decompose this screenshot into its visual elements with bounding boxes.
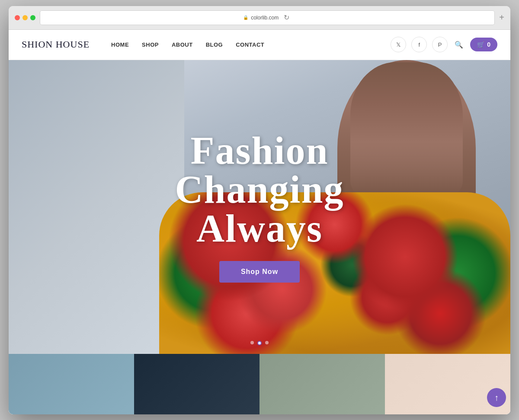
hero-title-line2: Changing: [175, 168, 344, 211]
refresh-button[interactable]: ↻: [281, 13, 292, 23]
header-right: 𝕏 f P 🔍 🛒 0: [391, 37, 497, 52]
facebook-link[interactable]: f: [411, 37, 427, 52]
cart-count: 0: [487, 41, 490, 48]
close-button[interactable]: [15, 15, 20, 20]
nav-contact[interactable]: CONTACT: [236, 41, 264, 48]
add-tab-button[interactable]: +: [499, 13, 504, 22]
minimize-button[interactable]: [22, 15, 28, 20]
slide-dot-2[interactable]: [257, 341, 262, 345]
traffic-lights: [15, 15, 35, 20]
nav-about[interactable]: ABOUT: [172, 41, 193, 48]
main-nav: HOME SHOP ABOUT BLOG CONTACT: [111, 41, 264, 48]
slide-dot-3[interactable]: [265, 341, 269, 344]
browser-chrome: 🔒 colorlib.com ↻ +: [9, 6, 510, 30]
address-bar[interactable]: 🔒 colorlib.com ↻: [40, 10, 495, 25]
hero-section: Fashion Changing Always Shop Now: [9, 60, 510, 354]
maximize-button[interactable]: [30, 15, 35, 20]
hero-title-line1: Fashion: [190, 129, 328, 172]
hero-title: Fashion Changing Always: [175, 131, 344, 248]
cart-button[interactable]: 🛒 0: [470, 38, 497, 51]
nav-blog[interactable]: BLOG: [206, 41, 223, 48]
hero-dots: [250, 341, 269, 345]
twitter-link[interactable]: 𝕏: [391, 37, 406, 52]
hero-title-line3: Always: [196, 207, 323, 250]
pinterest-link[interactable]: P: [432, 37, 448, 52]
site-logo: Shion House: [22, 39, 90, 50]
browser-window: 🔒 colorlib.com ↻ + Shion House HOME SHOP…: [9, 6, 510, 414]
slide-dot-1[interactable]: [250, 341, 254, 344]
lock-icon: 🔒: [243, 15, 248, 20]
site-header: Shion House HOME SHOP ABOUT BLOG CONTACT…: [9, 30, 510, 60]
product-card-2[interactable]: [134, 354, 260, 414]
shop-now-button[interactable]: Shop Now: [219, 261, 300, 283]
products-row: [9, 354, 510, 414]
scroll-top-button[interactable]: ↑: [487, 388, 506, 407]
product-card-1[interactable]: [9, 354, 134, 414]
url-text: colorlib.com: [251, 15, 279, 21]
product-card-3[interactable]: [260, 354, 385, 414]
nav-home[interactable]: HOME: [111, 41, 129, 48]
nav-shop[interactable]: SHOP: [142, 41, 159, 48]
hero-content: Fashion Changing Always Shop Now: [175, 131, 344, 283]
website-content: Shion House HOME SHOP ABOUT BLOG CONTACT…: [9, 30, 510, 414]
cart-icon: 🛒: [477, 41, 484, 48]
search-button[interactable]: 🔍: [453, 39, 465, 51]
